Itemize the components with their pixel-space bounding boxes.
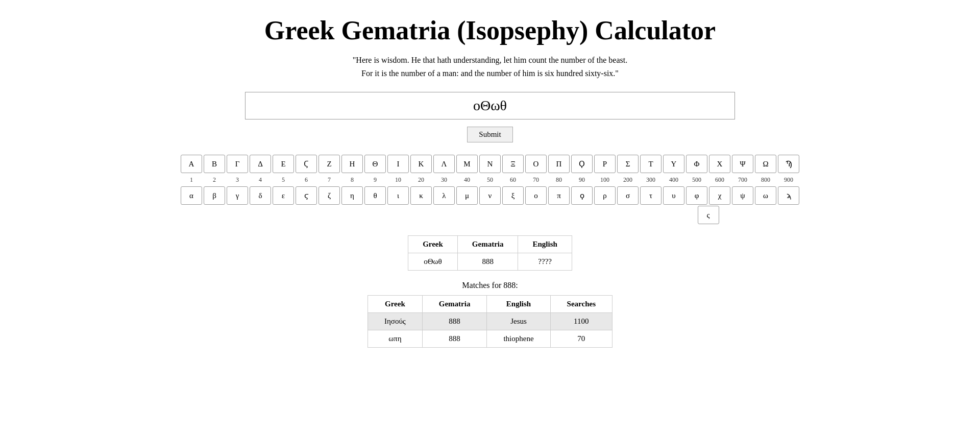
key-lower-21[interactable]: υ <box>663 186 684 205</box>
key-upper-20[interactable]: Τ <box>640 155 662 173</box>
key-upper-22[interactable]: Φ <box>686 155 707 173</box>
matches-row-1: ωπη888thiophene70 <box>368 330 612 348</box>
key-extra-sigma[interactable]: ς <box>698 206 719 224</box>
key-lower-10[interactable]: κ <box>410 186 432 205</box>
key-upper-7[interactable]: Η <box>341 155 363 173</box>
result-greek-cell: οΘωθ <box>408 253 458 271</box>
key-lower-13[interactable]: ν <box>479 186 501 205</box>
key-lower-7[interactable]: η <box>341 186 363 205</box>
key-lower-1[interactable]: β <box>204 186 225 205</box>
key-value-6: 7 <box>318 174 340 185</box>
key-upper-4[interactable]: Ε <box>273 155 294 173</box>
key-lower-0[interactable]: α <box>181 186 202 205</box>
key-lower-19[interactable]: σ <box>617 186 639 205</box>
key-upper-23[interactable]: Χ <box>709 155 730 173</box>
values-row: 1234567891020304050607080901002003004005… <box>181 174 799 185</box>
key-upper-16[interactable]: Π <box>548 155 570 173</box>
subtitle-line1: "Here is wisdom. He that hath understand… <box>353 56 627 64</box>
key-upper-26[interactable]: Ϡ <box>778 155 799 173</box>
key-lower-9[interactable]: ι <box>387 186 409 205</box>
key-upper-2[interactable]: Γ <box>227 155 248 173</box>
extra-lower-row: ς <box>261 206 719 224</box>
key-value-13: 50 <box>479 174 501 185</box>
key-upper-3[interactable]: Δ <box>250 155 271 173</box>
key-upper-21[interactable]: Υ <box>663 155 684 173</box>
matches-cell-english-1: thiophene <box>487 330 550 348</box>
result-gematria-cell: 888 <box>457 253 518 271</box>
key-lower-25[interactable]: ω <box>755 186 776 205</box>
key-lower-6[interactable]: ζ <box>318 186 340 205</box>
matches-col-greek: Greek <box>368 296 423 313</box>
matches-cell-english-0: Jesus <box>487 313 550 330</box>
key-value-26: 900 <box>778 174 799 185</box>
key-value-25: 800 <box>755 174 776 185</box>
key-upper-5[interactable]: Ϛ <box>296 155 317 173</box>
key-value-5: 6 <box>296 174 317 185</box>
key-lower-8[interactable]: θ <box>364 186 386 205</box>
key-lower-23[interactable]: χ <box>709 186 730 205</box>
key-upper-11[interactable]: Λ <box>433 155 455 173</box>
key-upper-24[interactable]: Ψ <box>732 155 753 173</box>
greek-input[interactable] <box>245 92 735 119</box>
result-table: Greek Gematria English οΘωθ 888 ???? <box>408 235 572 271</box>
key-lower-15[interactable]: ο <box>525 186 547 205</box>
matches-cell-gematria-0: 888 <box>422 313 487 330</box>
key-lower-14[interactable]: ξ <box>502 186 524 205</box>
key-lower-16[interactable]: π <box>548 186 570 205</box>
key-value-14: 60 <box>502 174 524 185</box>
key-value-8: 9 <box>364 174 386 185</box>
subtitle: "Here is wisdom. He that hath understand… <box>353 54 627 80</box>
key-value-23: 600 <box>709 174 730 185</box>
key-lower-2[interactable]: γ <box>227 186 248 205</box>
key-upper-17[interactable]: Ϙ <box>571 155 593 173</box>
key-upper-15[interactable]: Ο <box>525 155 547 173</box>
key-value-9: 10 <box>387 174 409 185</box>
results-table-wrapper: Greek Gematria English οΘωθ 888 ???? <box>408 235 572 271</box>
key-lower-12[interactable]: μ <box>456 186 478 205</box>
result-english-cell: ???? <box>518 253 572 271</box>
matches-cell-greek-1: ωπη <box>368 330 423 348</box>
matches-col-gematria: Gematria <box>422 296 487 313</box>
key-upper-10[interactable]: Κ <box>410 155 432 173</box>
key-upper-1[interactable]: Β <box>204 155 225 173</box>
key-value-1: 2 <box>204 174 225 185</box>
key-lower-20[interactable]: τ <box>640 186 662 205</box>
key-value-15: 70 <box>525 174 547 185</box>
submit-button[interactable]: Submit <box>467 127 512 142</box>
key-upper-18[interactable]: Ρ <box>594 155 616 173</box>
key-upper-13[interactable]: Ν <box>479 155 501 173</box>
key-upper-9[interactable]: Ι <box>387 155 409 173</box>
matches-row-0: Ιησούς888Jesus1100 <box>368 313 612 330</box>
key-lower-11[interactable]: λ <box>433 186 455 205</box>
key-upper-14[interactable]: Ξ <box>502 155 524 173</box>
key-upper-19[interactable]: Σ <box>617 155 639 173</box>
key-upper-12[interactable]: Μ <box>456 155 478 173</box>
key-upper-25[interactable]: Ω <box>755 155 776 173</box>
key-value-7: 8 <box>341 174 363 185</box>
key-lower-3[interactable]: δ <box>250 186 271 205</box>
key-value-16: 80 <box>548 174 570 185</box>
key-lower-22[interactable]: φ <box>686 186 707 205</box>
key-lower-24[interactable]: ψ <box>732 186 753 205</box>
key-lower-17[interactable]: ϙ <box>571 186 593 205</box>
key-value-19: 200 <box>617 174 639 185</box>
key-value-2: 3 <box>227 174 248 185</box>
key-value-0: 1 <box>181 174 202 185</box>
matches-table: Greek Gematria English Searches Ιησούς88… <box>368 295 612 348</box>
key-lower-18[interactable]: ρ <box>594 186 616 205</box>
key-value-20: 300 <box>640 174 662 185</box>
key-upper-6[interactable]: Ζ <box>318 155 340 173</box>
matches-cell-searches-1: 70 <box>550 330 612 348</box>
key-upper-8[interactable]: Θ <box>364 155 386 173</box>
key-value-12: 40 <box>456 174 478 185</box>
key-upper-0[interactable]: Α <box>181 155 202 173</box>
key-value-11: 30 <box>433 174 455 185</box>
key-lower-26[interactable]: ϡ <box>778 186 799 205</box>
key-value-21: 400 <box>663 174 684 185</box>
result-col-english: English <box>518 236 572 253</box>
key-value-22: 500 <box>686 174 707 185</box>
key-value-3: 4 <box>250 174 271 185</box>
key-lower-4[interactable]: ε <box>273 186 294 205</box>
matches-cell-gematria-1: 888 <box>422 330 487 348</box>
key-lower-5[interactable]: ϛ <box>296 186 317 205</box>
